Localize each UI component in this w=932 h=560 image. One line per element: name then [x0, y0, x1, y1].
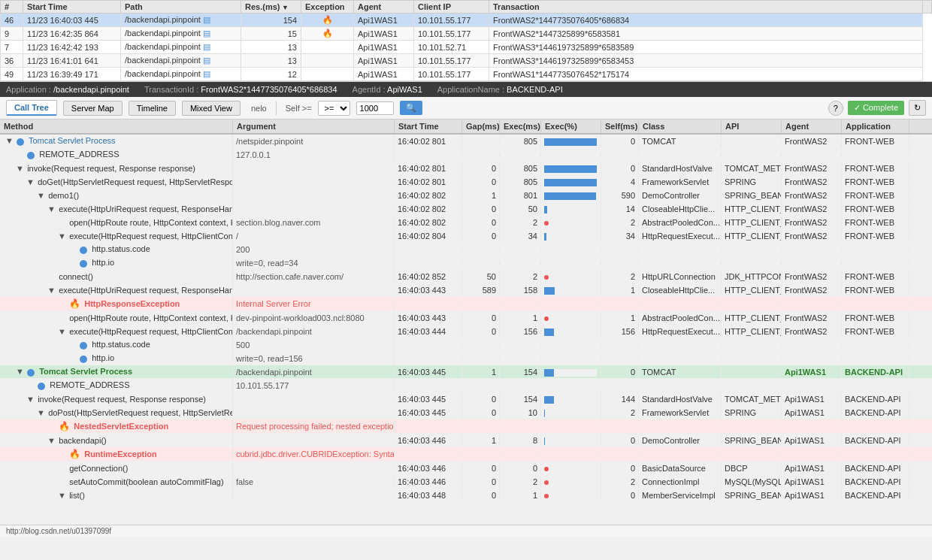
arg-cell: 127.0.0.1	[233, 149, 395, 161]
col-h-class[interactable]: Class	[639, 120, 722, 133]
toggle-icon[interactable]: ▼	[47, 436, 56, 445]
exec-dot	[544, 467, 549, 471]
toggle-icon[interactable]: ▼	[47, 204, 56, 213]
col-h-exec[interactable]: Exec(ms)	[500, 120, 541, 133]
tree-row[interactable]: http.status.code 200	[0, 243, 932, 256]
tree-row[interactable]: ▼ Tomcat Servlet Process /netspider.pinp…	[0, 135, 932, 148]
class-cell	[639, 384, 722, 387]
tree-row[interactable]: http.io write=0, read=34	[0, 256, 932, 270]
col-h-argument[interactable]: Argument	[233, 120, 395, 133]
agent-cell: Api1WAS1	[782, 489, 842, 501]
col-start-time[interactable]: Start Time	[23, 1, 121, 14]
blue-circle-icon	[80, 260, 87, 268]
start-cell: 16:40:02 804	[395, 230, 462, 242]
tree-row[interactable]: http.io write=0, read=156	[0, 352, 932, 365]
col-num[interactable]: #	[1, 1, 23, 14]
self-cell	[601, 425, 639, 428]
tree-row[interactable]: ▼ invoke(Request request, Response respo…	[0, 162, 932, 175]
execpct-cell	[541, 283, 601, 295]
tree-row[interactable]: connect() http://section.cafe.naver.com/…	[0, 270, 932, 283]
tree-row[interactable]: ▼ list() 16:40:03 448 0 1 0 MemberServic…	[0, 489, 932, 502]
col-h-app[interactable]: Application	[842, 120, 909, 133]
tree-row[interactable]: ▼ execute(HttpRequest request, HttpClien…	[0, 229, 932, 243]
toggle-icon[interactable]: ▼	[37, 191, 46, 200]
method-cell: ▼ Tomcat Servlet Process	[0, 135, 233, 147]
self-cell: 4	[601, 176, 639, 188]
method-cell: 🔥 NestedServletException	[0, 419, 233, 433]
request-row[interactable]: 49 11/23 16:39:49 171 /backendapi.pinpoi…	[1, 68, 932, 81]
exec-cell: 805	[500, 176, 541, 188]
col-agent[interactable]: Agent	[354, 1, 414, 14]
tree-row[interactable]: 🔥 HttpResponseException Internal Server …	[0, 297, 932, 311]
col-client-ip[interactable]: Client IP	[414, 1, 489, 14]
execpct-cell	[541, 384, 601, 387]
self-comparison-select[interactable]: >= > <=	[318, 101, 350, 116]
cell-num: 46	[1, 14, 23, 27]
col-h-method[interactable]: Method	[0, 120, 233, 133]
tree-row[interactable]: REMOTE_ADDRESS 127.0.0.1	[0, 148, 932, 162]
tree-row[interactable]: ▼ Tomcat Servlet Process /backendapi.pin…	[0, 365, 932, 379]
tree-row[interactable]: ▼ doGet(HttpServletRequest request, Http…	[0, 175, 932, 189]
tree-row[interactable]: open(HttpRoute route, HttpContext contex…	[0, 311, 932, 325]
search-button[interactable]: 🔍	[400, 101, 422, 115]
api-cell: MySQL(MySQL)	[722, 476, 782, 488]
col-h-self[interactable]: Self(ms)	[601, 120, 639, 133]
toggle-icon[interactable]: ▼	[26, 177, 35, 186]
tab-mixed-view[interactable]: Mixed View	[182, 101, 241, 116]
tab-server-map[interactable]: Server Map	[63, 101, 123, 116]
col-h-gap[interactable]: Gap(ms)	[462, 120, 500, 133]
toggle-icon[interactable]: ▼	[16, 164, 25, 173]
help-button[interactable]: ?	[828, 101, 843, 116]
exec-cell: 801	[500, 189, 541, 201]
tree-row[interactable]: http.status.code 500	[0, 338, 932, 352]
tree-row[interactable]: 🔥 RuntimeException cubrid.jdbc.driver.CU…	[0, 447, 932, 462]
col-exception[interactable]: Exception	[301, 1, 354, 14]
method-name: REMOTE_ADDRESS	[39, 150, 119, 159]
api-cell	[722, 140, 782, 143]
tree-row[interactable]: ▼ backendapi() 16:40:03 446 1 8 0 DemoCo…	[0, 434, 932, 447]
toggle-icon[interactable]: ▼	[47, 286, 56, 295]
exec-bar	[544, 138, 597, 146]
col-h-start[interactable]: Start Time	[395, 120, 462, 133]
tree-row[interactable]: 🔥 NestedServletException Request process…	[0, 419, 932, 434]
refresh-button[interactable]: ↻	[909, 100, 926, 116]
toggle-icon[interactable]: ▼	[26, 395, 35, 404]
request-row[interactable]: 36 11/23 16:41:01 641 /backendapi.pinpoi…	[1, 54, 932, 68]
toggle-icon[interactable]: ▼	[16, 367, 25, 376]
request-row[interactable]: 7 11/23 16:42:42 193 /backendapi.pinpoin…	[1, 41, 932, 54]
cell-path: /backendapi.pinpoint ▤	[121, 27, 241, 41]
tree-row[interactable]: getConnection() 16:40:03 446 0 0 0 Basic…	[0, 462, 932, 475]
tab-timeline[interactable]: Timeline	[129, 101, 176, 116]
tree-row[interactable]: setAutoCommit(boolean autoCommitFlag) fa…	[0, 475, 932, 489]
self-time-input[interactable]	[356, 101, 394, 115]
exec-bar-container	[544, 437, 597, 445]
col-res[interactable]: Res.(ms)	[241, 1, 301, 14]
toggle-icon[interactable]: ▼	[5, 136, 14, 145]
tree-row[interactable]: ▼ execute(HttpUriRequest request, Respon…	[0, 283, 932, 297]
request-row[interactable]: 9 11/23 16:42:35 864 /backendapi.pinpoin…	[1, 27, 932, 41]
tree-row[interactable]: open(HttpRoute route, HttpContext contex…	[0, 216, 932, 229]
col-h-execpct[interactable]: Exec(%)	[541, 120, 601, 133]
col-h-agent[interactable]: Agent	[782, 120, 842, 133]
blue-circle-icon	[80, 356, 87, 363]
method-name: RuntimeException	[84, 450, 157, 459]
request-row[interactable]: 46 11/23 16:40:03 445 /backendapi.pinpoi…	[1, 14, 932, 27]
complete-button[interactable]: ✓ Complete	[848, 101, 904, 115]
toggle-icon[interactable]: ▼	[37, 408, 46, 417]
tab-call-tree[interactable]: Call Tree	[6, 100, 57, 116]
tree-row[interactable]: REMOTE_ADDRESS 10.101.55.177	[0, 379, 932, 392]
toggle-icon[interactable]: ▼	[58, 491, 67, 500]
col-h-api[interactable]: API	[722, 120, 782, 133]
toggle-icon[interactable]: ▼	[58, 327, 67, 336]
col-transaction[interactable]: Transaction	[489, 1, 923, 14]
tree-row[interactable]: ▼ execute(HttpUriRequest request, Respon…	[0, 202, 932, 216]
tree-row[interactable]: ▼ execute(HttpRequest request, HttpClien…	[0, 325, 932, 338]
tree-row[interactable]: ▼ demo1() 16:40:02 802 1 801 590 DemoCon…	[0, 189, 932, 202]
col-path[interactable]: Path	[121, 1, 241, 14]
gap-cell: 0	[462, 230, 500, 242]
toggle-icon[interactable]: ▼	[58, 232, 67, 241]
tree-row[interactable]: ▼ invoke(Request request, Response respo…	[0, 392, 932, 406]
self-cell: 0	[601, 162, 639, 174]
api-cell: SPRING_BEAN	[722, 189, 782, 201]
tree-row[interactable]: ▼ doPost(HttpServletRequest request, Htt…	[0, 406, 932, 419]
